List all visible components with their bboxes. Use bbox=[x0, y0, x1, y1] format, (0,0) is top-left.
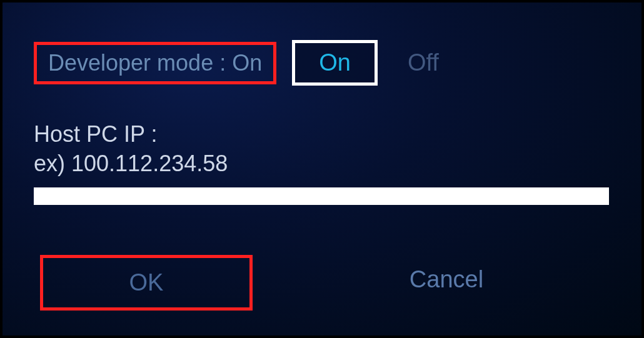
developer-mode-dialog: Developer mode : On On Off Host PC IP : … bbox=[3, 2, 641, 336]
host-pc-ip-input[interactable] bbox=[34, 187, 609, 205]
host-pc-ip-label: Host PC IP : ex) 100.112.234.58 bbox=[34, 120, 610, 179]
ok-button[interactable]: OK bbox=[40, 255, 253, 311]
toggle-on-button[interactable]: On bbox=[292, 40, 378, 86]
developer-mode-status: Developer mode : On bbox=[34, 42, 276, 84]
developer-mode-row: Developer mode : On On Off bbox=[34, 40, 610, 86]
developer-mode-toggle: On Off bbox=[292, 40, 456, 86]
toggle-off-button[interactable]: Off bbox=[390, 43, 456, 82]
cancel-button[interactable]: Cancel bbox=[340, 255, 553, 311]
dialog-buttons: OK Cancel bbox=[34, 255, 610, 311]
